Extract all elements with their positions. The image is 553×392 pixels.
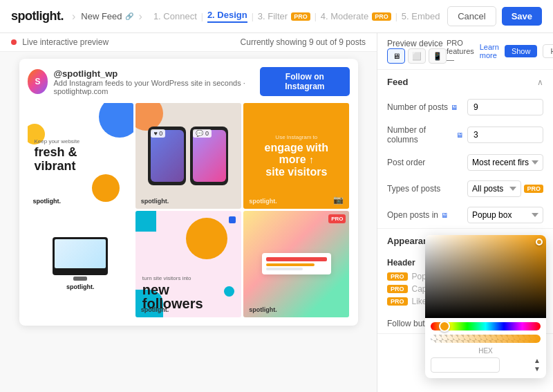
ig-post-1[interactable]: Keep your website fresh &vibrant spotlig… [28,103,133,209]
ig-post-2[interactable]: ♥ 0 💬 0 spotlight. [135,103,241,209]
post-1-gold-circle [92,174,120,202]
preview-area: Live interactive preview Currently showi… [0,33,377,392]
breadcrumb-feed: New Feed 🔗 [81,11,133,21]
filter-pro-badge: PRO [291,12,310,21]
nav-steps: 1. Connect | 2. Design | 3. Filter PRO |… [153,10,440,23]
post-3-brand: spotlight. [249,198,277,205]
feed-section-chevron: ∧ [537,77,543,87]
feed-row-num-posts: Number of posts 🖥 [377,94,553,120]
right-panel: Preview device 🖥 ⬜ 📱 PRO features — Lear… [377,33,553,392]
ig-handle: @spotlight_wp [53,68,260,79]
live-dot [11,39,17,45]
feed-section-title: Feed [387,77,408,87]
pro-features-label: PRO features — [447,39,474,64]
hex-label: HEX [431,347,541,355]
ig-post-4[interactable]: spotlight. [28,211,133,317]
ig-post-5[interactable]: turn site visitors into newfollowers spo… [135,211,241,317]
post-4-monitor [53,237,108,275]
post-order-select[interactable]: Most recent first Oldest first Random [467,154,543,171]
alpha-bar[interactable] [431,335,541,343]
logo: spotlight. [11,9,64,24]
device-section: Preview device 🖥 ⬜ 📱 [387,39,447,64]
post-5-blue-dot [229,216,236,223]
feed-control-types: All posts PRO [467,180,543,197]
color-picker-handle[interactable] [536,239,543,245]
post-5-text: turn site visitors into newfollowers [142,275,234,310]
feed-label-num-posts: Number of posts 🖥 [387,102,463,112]
live-preview-label: Live interactive preview [11,37,109,47]
color-arrow-up[interactable]: ▲ [534,357,541,364]
post-2-phone-1: ♥ 0 [148,127,186,185]
post-4-stand [73,277,87,281]
post-2-phone-2: 💬 0 [190,127,228,185]
follow-on-instagram-button[interactable]: Follow on Instagram [260,67,349,96]
hue-handle[interactable] [439,321,450,332]
ig-post-6[interactable]: PRO spotlight. [243,211,349,317]
types-of-posts-select[interactable]: All posts [467,180,521,197]
header-pro-badge-2: PRO [387,285,408,293]
device-tablet-button[interactable]: ⬜ [408,48,426,64]
header-pro-badge-3: PRO [387,297,408,306]
num-cols-input[interactable] [467,127,543,143]
nav-step-filter[interactable]: 3. Filter PRO [258,11,310,21]
color-picker-overlay[interactable]: HEX ▲ ▼ [425,235,546,378]
hue-bar[interactable] [431,322,541,330]
nav-step-connect[interactable]: 1. Connect [153,11,197,21]
device-pro-row: Preview device 🖥 ⬜ 📱 PRO features — Lear… [377,33,553,70]
feed-row-types: Types of posts All posts PRO [377,176,553,202]
hide-pro-button[interactable]: Hide [543,44,553,58]
instagram-widget: S @spotlight_wp Add Instagram feeds to y… [19,59,358,326]
device-icons: 🖥 ⬜ 📱 [387,48,447,64]
ig-profile-info: @spotlight_wp Add Instagram feeds to you… [53,68,260,95]
feed-control-num-cols [467,127,543,143]
cancel-button[interactable]: Cancel [447,6,496,26]
ig-widget-header: S @spotlight_wp Add Instagram feeds to y… [28,67,350,96]
types-pro-badge: PRO [524,185,543,193]
ig-posts-grid: Keep your website fresh &vibrant spotlig… [28,103,350,317]
top-navigation: spotlight. › New Feed 🔗 › 1. Connect | 2… [0,0,553,33]
post-4-brand: spotlight. [66,283,95,290]
feed-control-num-posts [467,99,543,115]
num-posts-input[interactable] [467,99,543,115]
nav-separator-2: › [139,10,142,23]
feed-control-open-in: Popup box New tab Same tab [467,207,543,223]
color-gradient-area[interactable] [425,235,546,318]
open-in-device-icon: 🖥 [441,212,448,219]
moderate-pro-badge: PRO [372,12,391,21]
learn-more-link[interactable]: Learn more [480,43,499,59]
open-posts-in-select[interactable]: Popup box New tab Same tab [467,207,543,223]
device-desktop-button[interactable]: 🖥 [387,48,405,64]
post-6-pro-badge: PRO [328,214,346,223]
hex-row: ▲ ▼ [431,357,541,373]
post-5-yellow-circle [186,218,227,259]
color-gradient-black [425,235,546,318]
nav-step-design[interactable]: 2. Design [207,10,247,23]
color-arrows: ▲ ▼ [534,357,541,373]
preview-content: S @spotlight_wp Add Instagram feeds to y… [0,52,377,392]
post-2-brand: spotlight. [141,198,169,205]
show-pro-button[interactable]: Show [505,45,538,57]
feed-row-open-in: Open posts in 🖥 Popup box New tab Same t… [377,202,553,228]
num-cols-device-icon: 🖥 [456,131,463,139]
nav-step-moderate[interactable]: 4. Moderate PRO [321,11,391,21]
device-mobile-button[interactable]: 📱 [429,48,447,64]
feed-section-header[interactable]: Feed ∧ [377,70,553,94]
preview-bar: Live interactive preview Currently showi… [0,33,377,52]
ig-post-3[interactable]: Use Instagram to engage withmore ↑site v… [243,103,349,209]
save-button[interactable]: Save [502,7,542,26]
avatar: S [28,69,48,94]
feed-label-open-in: Open posts in 🖥 [387,210,463,220]
hex-input[interactable] [431,357,500,373]
post-1-brand: spotlight. [33,198,62,205]
feed-label-post-order: Post order [387,158,463,167]
feed-link-icon: 🔗 [125,12,133,20]
ig-profile: S @spotlight_wp Add Instagram feeds to y… [28,68,261,95]
pro-features-section: PRO features — Learn more Show Hide [447,39,553,64]
post-1-circle [99,103,133,138]
header-pro-badge-1: PRO [387,272,408,281]
showing-count: Currently showing 9 out of 9 posts [241,37,366,47]
nav-right: Cancel Save [447,6,542,26]
feed-row-post-order: Post order Most recent first Oldest firs… [377,149,553,176]
nav-step-embed[interactable]: 5. Embed [402,11,440,21]
color-arrow-down[interactable]: ▼ [534,366,541,373]
